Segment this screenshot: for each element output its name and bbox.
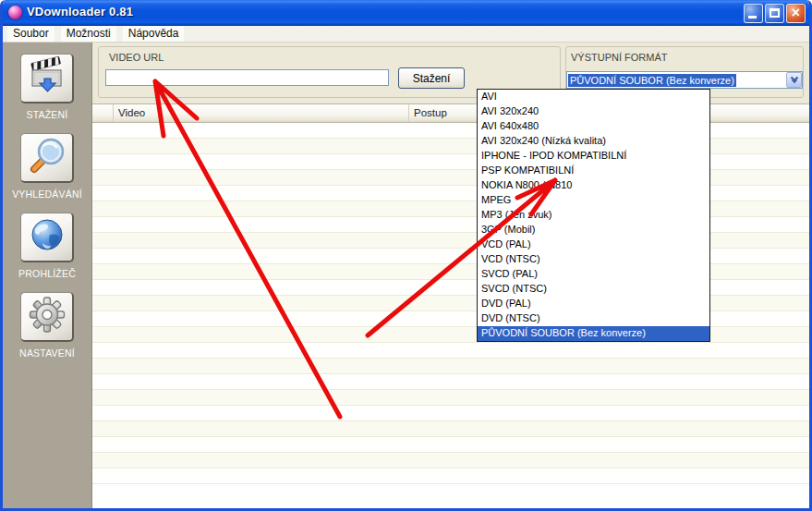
menubar: SouborMožnostiNápověda — [3, 26, 809, 43]
window-title: VDownloader 0.81 — [27, 5, 133, 18]
sidebar-item-prohlizec: PROHLÍŽEČ — [3, 213, 91, 279]
menu-item-soubor[interactable]: Soubor — [7, 26, 55, 42]
format-combobox[interactable]: PŮVODNÍ SOUBOR (Bez konverze) — [566, 71, 803, 89]
format-option-7[interactable]: MPEG — [478, 193, 709, 208]
combo-dropdown-button[interactable] — [786, 72, 802, 88]
sidebar-item-stazeni: STAŽENÍ — [3, 54, 91, 120]
format-option-11[interactable]: VCD (NTSC) — [478, 252, 709, 267]
format-option-5[interactable]: PSP KOMPATIBILNÍ — [478, 164, 709, 178]
video-url-input[interactable] — [105, 69, 389, 86]
table-row — [92, 343, 809, 359]
sidebar-label-nastaveni: NASTAVENÍ — [3, 347, 91, 359]
table-header-video[interactable]: Video — [114, 104, 409, 122]
minimize-button[interactable] — [744, 4, 763, 23]
download-button[interactable]: Stažení — [398, 67, 465, 89]
sidebar-label-prohlizec: PROHLÍŽEČ — [3, 268, 91, 279]
sidebar-button-vyhledavani[interactable] — [20, 133, 74, 183]
format-option-16[interactable]: PŮVODNÍ SOUBOR (Bez konverze) — [478, 326, 709, 341]
sidebar-button-stazeni[interactable] — [20, 54, 74, 103]
menu-item-moznosti[interactable]: Možnosti — [61, 26, 116, 42]
format-option-6[interactable]: NOKIA N800 / N810 — [478, 178, 709, 193]
format-option-8[interactable]: MP3 (Jen zvuk) — [478, 208, 709, 223]
format-selected-value: PŮVODNÍ SOUBOR (Bez konverze) — [568, 74, 736, 87]
sidebar-button-prohlizec[interactable] — [20, 213, 74, 262]
table-row — [92, 468, 809, 484]
format-option-1[interactable]: AVI 320x240 — [478, 104, 709, 119]
sidebar-item-vyhledavani: VYHLEDÁVÁNÍ — [3, 133, 91, 200]
format-option-2[interactable]: AVI 640x480 — [478, 119, 709, 134]
app-window: VDownloader 0.81 SouborMožnostiNápověda … — [0, 0, 812, 511]
format-option-10[interactable]: VCD (PAL) — [478, 237, 709, 252]
video-url-label: VIDEO URL — [109, 52, 164, 63]
table-row — [92, 390, 809, 406]
chevron-down-icon — [790, 76, 799, 84]
table-row — [92, 406, 809, 421]
table-row — [92, 421, 809, 437]
workspace: STAŽENÍVYHLEDÁVÁNÍPROHLÍŽEČNASTAVENÍ VID… — [3, 43, 809, 508]
format-option-15[interactable]: DVD (NTSC) — [478, 311, 709, 326]
table-header-spacer[interactable] — [92, 104, 114, 122]
clapperboard-download-icon — [26, 56, 68, 101]
format-option-4[interactable]: IPHONE - IPOD KOMPATIBILNÍ — [478, 149, 709, 164]
sidebar-button-nastaveni[interactable] — [20, 292, 74, 342]
format-dropdown-list: AVIAVI 320x240AVI 640x480AVI 320x240 (Ní… — [477, 89, 710, 342]
table-row — [92, 374, 809, 390]
sidebar-item-nastaveni: NASTAVENÍ — [3, 292, 91, 359]
table-row — [92, 437, 809, 453]
table-row — [92, 359, 809, 374]
globe-icon — [26, 215, 68, 260]
table-row — [92, 453, 809, 468]
format-option-3[interactable]: AVI 320x240 (Nízká kvalita) — [478, 134, 709, 149]
titlebar[interactable]: VDownloader 0.81 — [0, 0, 812, 26]
app-icon — [8, 6, 22, 19]
sidebar: STAŽENÍVYHLEDÁVÁNÍPROHLÍŽEČNASTAVENÍ — [3, 43, 92, 508]
format-option-0[interactable]: AVI — [478, 90, 709, 104]
maximize-button[interactable] — [765, 4, 784, 23]
menu-item-napoveda[interactable]: Nápověda — [123, 26, 185, 42]
magnifier-icon — [26, 136, 68, 180]
format-option-9[interactable]: 3GP (Mobil) — [478, 223, 709, 237]
format-option-14[interactable]: DVD (PAL) — [478, 297, 709, 311]
sidebar-label-stazeni: STAŽENÍ — [3, 109, 91, 120]
maximize-icon — [770, 8, 780, 18]
gear-icon — [26, 295, 68, 339]
minimize-icon — [748, 16, 757, 18]
format-option-12[interactable]: SVCD (PAL) — [478, 267, 709, 282]
output-format-label: VÝSTUPNÍ FORMÁT — [571, 52, 668, 63]
close-button[interactable] — [786, 4, 806, 23]
sidebar-label-vyhledavani: VYHLEDÁVÁNÍ — [3, 189, 91, 200]
format-option-13[interactable]: SVCD (NTSC) — [478, 282, 709, 297]
